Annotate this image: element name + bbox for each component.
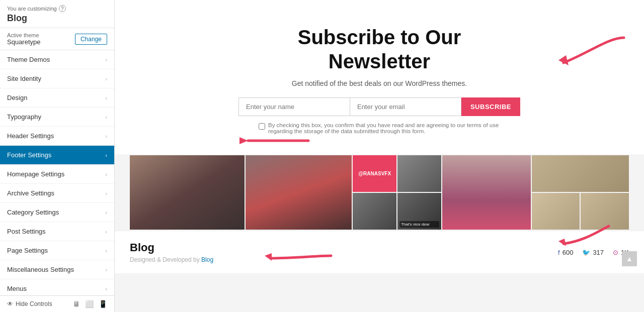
instagram-cell: @RANASVFX — [353, 155, 396, 192]
svg-marker-2 — [265, 253, 272, 261]
consent-text: By checking this box, you confirm that y… — [268, 122, 500, 134]
chevron-icon: › — [105, 248, 107, 254]
photo-sub-3: That's nice dear — [397, 193, 441, 230]
page-title: Blog — [7, 13, 107, 24]
sidebar: You are customizing ? Blog Active theme … — [0, 0, 115, 312]
sidebar-item-page-settings[interactable]: Page Settings › — [0, 241, 114, 260]
sidebar-item-homepage-settings[interactable]: Homepage Settings › — [0, 165, 114, 184]
facebook-icon: f — [558, 249, 560, 256]
chevron-icon: › — [105, 171, 107, 177]
twitter-icon: 🐦 — [582, 249, 590, 256]
sidebar-footer: 👁 Hide Controls 🖥 ⬜ 📱 — [0, 295, 114, 312]
photo-cell-5 — [532, 155, 629, 230]
sidebar-item-menus[interactable]: Menus › — [0, 279, 114, 295]
svg-marker-0 — [558, 55, 569, 65]
subscribe-button[interactable]: SUBSCRIBE — [461, 97, 520, 116]
newsletter-form: SUBSCRIBE — [238, 97, 520, 116]
sidebar-item-design[interactable]: Design › — [0, 88, 114, 108]
chevron-icon: › — [105, 190, 107, 196]
chevron-icon: › — [105, 267, 107, 273]
sidebar-item-category-settings[interactable]: Category Settings › — [0, 203, 114, 222]
chevron-icon: › — [105, 229, 107, 235]
photo-sub-1 — [397, 155, 441, 192]
sidebar-item-archive-settings[interactable]: Archive Settings › — [0, 184, 114, 203]
scroll-top-button[interactable]: ▲ — [622, 251, 637, 266]
social-counts: f 600 🐦 317 ⊙ 1K — [558, 249, 629, 256]
sketch-bot-left — [532, 193, 580, 230]
sidebar-header: You are customizing ? Blog — [0, 0, 114, 28]
chevron-icon: › — [105, 57, 107, 63]
newsletter-arrow — [548, 28, 629, 78]
sidebar-item-theme-demos[interactable]: Theme Demos › — [0, 50, 114, 69]
customizing-text: You are customizing — [7, 6, 57, 12]
instagram-icon: ⊙ — [613, 249, 618, 256]
change-theme-button[interactable]: Change — [75, 34, 107, 45]
theme-section: Active theme Squaretype Change — [0, 28, 114, 50]
sketch-top — [532, 155, 629, 192]
designed-by-arrow — [256, 243, 336, 268]
newsletter-consent: By checking this box, you confirm that y… — [259, 122, 500, 134]
sidebar-item-header-settings[interactable]: Header Settings › — [0, 127, 114, 146]
chevron-icon: › — [105, 210, 107, 216]
chevron-icon: › — [105, 114, 107, 120]
sidebar-item-site-identity[interactable]: Site Identity › — [0, 69, 114, 88]
photo-cell-2 — [246, 155, 352, 230]
theme-info: Active theme Squaretype — [7, 32, 41, 46]
sidebar-item-misc-settings[interactable]: Miscellaneous Settings › — [0, 260, 114, 279]
newsletter-email-input[interactable] — [350, 97, 461, 116]
customizing-label: You are customizing ? — [7, 5, 107, 12]
consent-checkbox[interactable] — [259, 123, 265, 130]
photo-cell-4 — [442, 155, 531, 230]
chevron-icon: › — [105, 133, 107, 139]
photo-cell-1 — [130, 155, 245, 230]
chevron-icon: › — [105, 95, 107, 101]
photo-sub-2 — [353, 193, 396, 230]
chevron-icon: › — [105, 76, 107, 82]
sidebar-item-typography[interactable]: Typography › — [0, 108, 114, 127]
hide-controls-button[interactable]: 👁 Hide Controls — [7, 300, 52, 307]
main-content: Subscribe to Our Newsletter Get notified… — [115, 0, 644, 312]
sidebar-item-footer-settings[interactable]: Footer Settings › — [0, 146, 114, 165]
footer-icons: 🖥 ⬜ 📱 — [73, 300, 107, 308]
sidebar-nav: Theme Demos › Site Identity › Design › T… — [0, 50, 114, 295]
twitter-count: 🐦 317 — [582, 249, 604, 256]
footer-brand: Blog Designed & Developed by Blog — [130, 241, 213, 263]
theme-name: Squaretype — [7, 38, 41, 46]
photo-cell-3: @RANASVFX That's nice dear — [353, 155, 441, 230]
sketch-bot-right — [581, 193, 629, 230]
help-icon[interactable]: ? — [59, 5, 66, 12]
facebook-count: f 600 — [558, 249, 573, 256]
footer-designed-by: Designed & Developed by Blog — [130, 256, 213, 263]
hide-controls-label: Hide Controls — [16, 300, 52, 307]
photo-grid: @RANASVFX That's nice dear — [130, 155, 629, 230]
footer-blog-link[interactable]: Blog — [201, 256, 213, 263]
sidebar-item-post-settings[interactable]: Post Settings › — [0, 222, 114, 241]
tablet-icon[interactable]: ⬜ — [85, 300, 94, 308]
eye-icon: 👁 — [7, 300, 13, 307]
mobile-icon[interactable]: 📱 — [99, 300, 107, 308]
desktop-icon[interactable]: 🖥 — [73, 300, 80, 308]
newsletter-heading: Subscribe to Our Newsletter — [279, 25, 480, 73]
newsletter-subheading: Get notified of the best deals on our Wo… — [125, 79, 634, 87]
theme-label: Active theme — [7, 32, 41, 38]
photo-caption: That's nice dear — [399, 221, 439, 228]
newsletter-section: Subscribe to Our Newsletter Get notified… — [115, 0, 644, 154]
chevron-icon: › — [105, 152, 107, 158]
footer-blog-title: Blog — [130, 241, 213, 254]
svg-marker-1 — [558, 239, 566, 246]
site-footer: Blog Designed & Developed by Blog f 600 … — [115, 231, 644, 273]
photo-grid-section: @RANASVFX That's nice dear — [115, 154, 644, 231]
newsletter-name-input[interactable] — [238, 97, 350, 116]
chevron-icon: › — [105, 286, 107, 292]
